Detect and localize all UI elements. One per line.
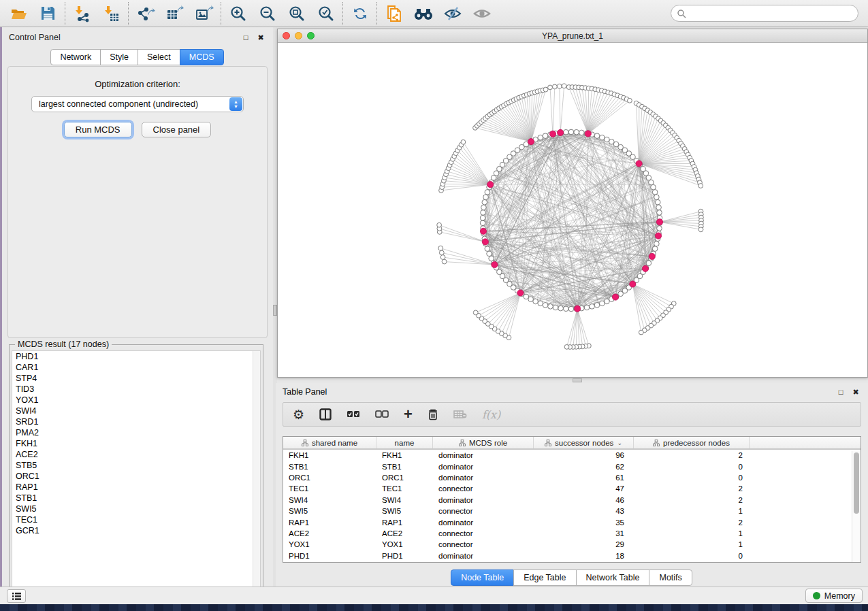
result-list-scrollbar[interactable] — [253, 351, 260, 594]
satellite-node[interactable] — [698, 184, 703, 188]
satellite-node[interactable] — [552, 84, 557, 89]
network-view[interactable] — [278, 43, 867, 377]
refresh-layout-button[interactable] — [345, 1, 374, 26]
column-header-MCDS-role[interactable]: MCDS role — [433, 437, 534, 448]
zoom-out-button[interactable] — [253, 1, 282, 26]
ring-node[interactable] — [656, 205, 662, 210]
result-node-item[interactable]: ORC1 — [12, 471, 260, 482]
task-history-button[interactable] — [7, 589, 26, 603]
ring-node[interactable] — [568, 306, 574, 312]
deselect-all-icon[interactable] — [375, 410, 389, 418]
mcds-hub-node[interactable] — [612, 294, 618, 300]
ring-node[interactable] — [646, 175, 652, 180]
table-row[interactable]: SWI5SWI5connector431 — [283, 506, 861, 516]
column-header-predecessor-nodes[interactable]: predecessor nodes — [634, 437, 750, 448]
zoom-in-button[interactable] — [223, 1, 253, 26]
mcds-hub-node[interactable] — [585, 131, 591, 137]
result-node-item[interactable]: SRD1 — [12, 416, 260, 427]
result-node-item[interactable]: STP4 — [12, 373, 260, 384]
tab-style[interactable]: Style — [100, 49, 138, 65]
float-panel-icon[interactable]: □ — [835, 386, 846, 397]
table-row[interactable]: SWI4SWI4dominator462 — [283, 495, 861, 506]
table-row[interactable]: PHD1PHD1dominator180 — [283, 550, 861, 561]
table-row[interactable]: YOX1YOX1connector291 — [283, 539, 861, 550]
result-node-item[interactable]: TEC1 — [12, 514, 260, 525]
hide-selected-button[interactable] — [438, 1, 467, 26]
ring-node[interactable] — [651, 184, 656, 190]
satellite-node[interactable] — [473, 310, 478, 315]
export-table-button[interactable] — [160, 1, 189, 26]
ring-node[interactable] — [563, 129, 568, 135]
ring-node[interactable] — [485, 190, 490, 195]
ring-node[interactable] — [487, 251, 492, 257]
zoom-fit-button[interactable] — [282, 1, 311, 26]
tab-network[interactable]: Network — [50, 49, 101, 65]
mcds-result-list[interactable]: PHD1CAR1STP4TID3YOX1SWI4SRD1PMA2FKH1ACE2… — [12, 350, 261, 595]
ring-node[interactable] — [652, 190, 658, 195]
mcds-hub-node[interactable] — [656, 219, 662, 225]
result-node-item[interactable]: STB1 — [12, 493, 260, 503]
save-session-button[interactable] — [33, 1, 63, 26]
result-node-item[interactable]: YOX1 — [12, 395, 260, 406]
result-node-item[interactable]: TID3 — [12, 384, 260, 395]
mcds-hub-node[interactable] — [517, 290, 524, 296]
ring-node[interactable] — [657, 226, 662, 231]
column-chooser-icon[interactable] — [319, 408, 332, 420]
satellite-node[interactable] — [440, 255, 445, 260]
table-row[interactable]: FKH1FKH1dominator962 — [283, 450, 861, 461]
ring-node[interactable] — [654, 195, 660, 200]
first-neighbors-button[interactable] — [408, 1, 438, 26]
ring-node[interactable] — [590, 304, 595, 310]
ring-node[interactable] — [654, 241, 660, 246]
optimization-criterion-select[interactable]: largest connected component (undirected)… — [31, 96, 244, 112]
ring-node[interactable] — [605, 137, 610, 142]
result-node-item[interactable]: ACE2 — [12, 449, 260, 460]
zoom-selected-button[interactable] — [311, 1, 340, 26]
table-row[interactable]: RAP1RAP1dominator352 — [283, 516, 861, 527]
result-node-item[interactable]: FKH1 — [12, 438, 260, 449]
mcds-hub-node[interactable] — [482, 239, 488, 245]
network-window-titlebar[interactable]: YPA_prune.txt_1 — [278, 29, 867, 43]
satellite-node[interactable] — [698, 227, 703, 232]
result-node-item[interactable]: PMA2 — [12, 427, 260, 438]
export-network-button[interactable] — [131, 1, 160, 26]
satellite-node[interactable] — [639, 330, 643, 335]
column-header-shared-name[interactable]: shared name — [283, 437, 376, 448]
tab-edge-table[interactable]: Edge Table — [513, 569, 576, 586]
ring-node[interactable] — [599, 135, 605, 140]
ring-node[interactable] — [657, 210, 662, 216]
open-session-button[interactable] — [4, 1, 33, 26]
mcds-hub-node[interactable] — [487, 182, 494, 188]
tab-motifs[interactable]: Motifs — [649, 569, 692, 586]
ring-node[interactable] — [574, 129, 579, 135]
table-row[interactable]: ACE2ACE2connector311 — [283, 528, 861, 539]
result-node-item[interactable]: SWI4 — [12, 406, 260, 416]
ring-node[interactable] — [584, 305, 590, 310]
tab-select[interactable]: Select — [138, 49, 180, 65]
ring-node[interactable] — [481, 210, 486, 216]
table-scrollbar[interactable] — [852, 451, 860, 562]
satellite-node[interactable] — [543, 87, 548, 92]
ring-node[interactable] — [481, 205, 487, 210]
ring-node[interactable] — [652, 246, 658, 252]
ring-node[interactable] — [538, 135, 543, 140]
mcds-hub-node[interactable] — [636, 161, 642, 167]
show-all-button[interactable] — [467, 1, 496, 26]
table-row[interactable]: TEC1TEC1connector472 — [283, 483, 861, 494]
ring-node[interactable] — [543, 133, 548, 139]
search-input[interactable] — [671, 5, 858, 22]
satellite-node[interactable] — [548, 85, 553, 90]
column-header-successor-nodes[interactable]: successor nodes⌄ — [534, 437, 634, 448]
scrollbar-thumb[interactable] — [854, 452, 859, 514]
tab-mcds[interactable]: MCDS — [180, 49, 224, 65]
table-row[interactable]: STB1STB1dominator620 — [283, 461, 861, 472]
satellite-node[interactable] — [442, 259, 447, 264]
satellite-node[interactable] — [439, 250, 444, 255]
result-node-item[interactable]: CAR1 — [12, 362, 260, 373]
ring-node[interactable] — [594, 133, 600, 139]
delete-column-icon[interactable] — [428, 408, 438, 420]
satellite-node[interactable] — [557, 84, 562, 88]
satellite-node[interactable] — [562, 84, 566, 88]
mcds-hub-node[interactable] — [492, 261, 498, 267]
import-table-button[interactable] — [97, 1, 126, 26]
